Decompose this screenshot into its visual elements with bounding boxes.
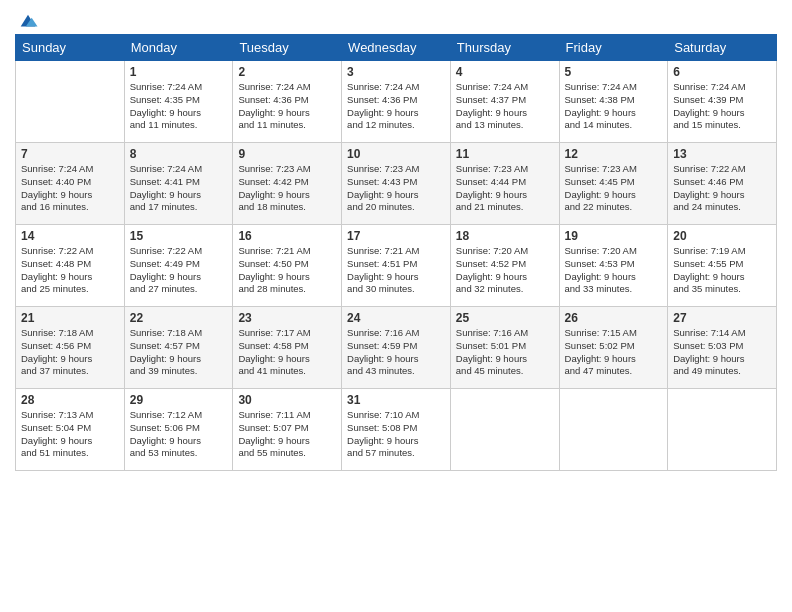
- cell-info: Sunrise: 7:23 AM Sunset: 4:45 PM Dayligh…: [565, 163, 663, 214]
- cell-info: Sunrise: 7:19 AM Sunset: 4:55 PM Dayligh…: [673, 245, 771, 296]
- cell-info: Sunrise: 7:15 AM Sunset: 5:02 PM Dayligh…: [565, 327, 663, 378]
- calendar-cell: 17Sunrise: 7:21 AM Sunset: 4:51 PM Dayli…: [342, 225, 451, 307]
- day-number: 17: [347, 229, 445, 243]
- day-number: 1: [130, 65, 228, 79]
- day-number: 4: [456, 65, 554, 79]
- cell-info: Sunrise: 7:24 AM Sunset: 4:41 PM Dayligh…: [130, 163, 228, 214]
- calendar-cell: 15Sunrise: 7:22 AM Sunset: 4:49 PM Dayli…: [124, 225, 233, 307]
- week-row: 14Sunrise: 7:22 AM Sunset: 4:48 PM Dayli…: [16, 225, 777, 307]
- calendar-cell: 21Sunrise: 7:18 AM Sunset: 4:56 PM Dayli…: [16, 307, 125, 389]
- calendar-cell: 23Sunrise: 7:17 AM Sunset: 4:58 PM Dayli…: [233, 307, 342, 389]
- day-number: 30: [238, 393, 336, 407]
- day-number: 14: [21, 229, 119, 243]
- cell-info: Sunrise: 7:11 AM Sunset: 5:07 PM Dayligh…: [238, 409, 336, 460]
- calendar-cell: 8Sunrise: 7:24 AM Sunset: 4:41 PM Daylig…: [124, 143, 233, 225]
- logo: [15, 10, 39, 26]
- calendar-cell: 5Sunrise: 7:24 AM Sunset: 4:38 PM Daylig…: [559, 61, 668, 143]
- day-number: 10: [347, 147, 445, 161]
- week-row: 1Sunrise: 7:24 AM Sunset: 4:35 PM Daylig…: [16, 61, 777, 143]
- calendar-cell: 2Sunrise: 7:24 AM Sunset: 4:36 PM Daylig…: [233, 61, 342, 143]
- cell-info: Sunrise: 7:17 AM Sunset: 4:58 PM Dayligh…: [238, 327, 336, 378]
- cell-info: Sunrise: 7:24 AM Sunset: 4:38 PM Dayligh…: [565, 81, 663, 132]
- day-number: 2: [238, 65, 336, 79]
- cell-info: Sunrise: 7:18 AM Sunset: 4:56 PM Dayligh…: [21, 327, 119, 378]
- logo-icon: [17, 10, 39, 32]
- calendar-cell: 11Sunrise: 7:23 AM Sunset: 4:44 PM Dayli…: [450, 143, 559, 225]
- cell-info: Sunrise: 7:16 AM Sunset: 5:01 PM Dayligh…: [456, 327, 554, 378]
- cell-info: Sunrise: 7:18 AM Sunset: 4:57 PM Dayligh…: [130, 327, 228, 378]
- calendar-cell: 14Sunrise: 7:22 AM Sunset: 4:48 PM Dayli…: [16, 225, 125, 307]
- day-number: 31: [347, 393, 445, 407]
- cell-info: Sunrise: 7:22 AM Sunset: 4:49 PM Dayligh…: [130, 245, 228, 296]
- day-number: 5: [565, 65, 663, 79]
- cell-info: Sunrise: 7:21 AM Sunset: 4:51 PM Dayligh…: [347, 245, 445, 296]
- calendar-cell: [450, 389, 559, 471]
- day-number: 22: [130, 311, 228, 325]
- cell-info: Sunrise: 7:24 AM Sunset: 4:36 PM Dayligh…: [347, 81, 445, 132]
- day-number: 19: [565, 229, 663, 243]
- calendar-cell: 28Sunrise: 7:13 AM Sunset: 5:04 PM Dayli…: [16, 389, 125, 471]
- calendar-cell: 31Sunrise: 7:10 AM Sunset: 5:08 PM Dayli…: [342, 389, 451, 471]
- calendar-cell: 27Sunrise: 7:14 AM Sunset: 5:03 PM Dayli…: [668, 307, 777, 389]
- cell-info: Sunrise: 7:23 AM Sunset: 4:44 PM Dayligh…: [456, 163, 554, 214]
- cell-info: Sunrise: 7:20 AM Sunset: 4:53 PM Dayligh…: [565, 245, 663, 296]
- cell-info: Sunrise: 7:21 AM Sunset: 4:50 PM Dayligh…: [238, 245, 336, 296]
- calendar-cell: 10Sunrise: 7:23 AM Sunset: 4:43 PM Dayli…: [342, 143, 451, 225]
- day-number: 7: [21, 147, 119, 161]
- calendar-cell: 16Sunrise: 7:21 AM Sunset: 4:50 PM Dayli…: [233, 225, 342, 307]
- calendar-cell: 6Sunrise: 7:24 AM Sunset: 4:39 PM Daylig…: [668, 61, 777, 143]
- day-number: 20: [673, 229, 771, 243]
- day-number: 15: [130, 229, 228, 243]
- day-number: 21: [21, 311, 119, 325]
- day-number: 24: [347, 311, 445, 325]
- day-number: 13: [673, 147, 771, 161]
- calendar-cell: [668, 389, 777, 471]
- cell-info: Sunrise: 7:20 AM Sunset: 4:52 PM Dayligh…: [456, 245, 554, 296]
- day-number: 11: [456, 147, 554, 161]
- header-row: SundayMondayTuesdayWednesdayThursdayFrid…: [16, 35, 777, 61]
- cell-info: Sunrise: 7:22 AM Sunset: 4:46 PM Dayligh…: [673, 163, 771, 214]
- calendar-cell: 20Sunrise: 7:19 AM Sunset: 4:55 PM Dayli…: [668, 225, 777, 307]
- day-number: 29: [130, 393, 228, 407]
- cell-info: Sunrise: 7:24 AM Sunset: 4:40 PM Dayligh…: [21, 163, 119, 214]
- cell-info: Sunrise: 7:22 AM Sunset: 4:48 PM Dayligh…: [21, 245, 119, 296]
- weekday-header: Tuesday: [233, 35, 342, 61]
- calendar-cell: 22Sunrise: 7:18 AM Sunset: 4:57 PM Dayli…: [124, 307, 233, 389]
- day-number: 6: [673, 65, 771, 79]
- cell-info: Sunrise: 7:24 AM Sunset: 4:36 PM Dayligh…: [238, 81, 336, 132]
- day-number: 25: [456, 311, 554, 325]
- weekday-header: Saturday: [668, 35, 777, 61]
- day-number: 3: [347, 65, 445, 79]
- calendar-cell: [559, 389, 668, 471]
- calendar-cell: [16, 61, 125, 143]
- day-number: 16: [238, 229, 336, 243]
- header: [15, 10, 777, 26]
- cell-info: Sunrise: 7:10 AM Sunset: 5:08 PM Dayligh…: [347, 409, 445, 460]
- cell-info: Sunrise: 7:24 AM Sunset: 4:39 PM Dayligh…: [673, 81, 771, 132]
- cell-info: Sunrise: 7:16 AM Sunset: 4:59 PM Dayligh…: [347, 327, 445, 378]
- weekday-header: Thursday: [450, 35, 559, 61]
- calendar-cell: 18Sunrise: 7:20 AM Sunset: 4:52 PM Dayli…: [450, 225, 559, 307]
- calendar-cell: 30Sunrise: 7:11 AM Sunset: 5:07 PM Dayli…: [233, 389, 342, 471]
- week-row: 7Sunrise: 7:24 AM Sunset: 4:40 PM Daylig…: [16, 143, 777, 225]
- calendar-table: SundayMondayTuesdayWednesdayThursdayFrid…: [15, 34, 777, 471]
- cell-info: Sunrise: 7:13 AM Sunset: 5:04 PM Dayligh…: [21, 409, 119, 460]
- calendar-cell: 12Sunrise: 7:23 AM Sunset: 4:45 PM Dayli…: [559, 143, 668, 225]
- day-number: 9: [238, 147, 336, 161]
- calendar-cell: 9Sunrise: 7:23 AM Sunset: 4:42 PM Daylig…: [233, 143, 342, 225]
- day-number: 26: [565, 311, 663, 325]
- cell-info: Sunrise: 7:24 AM Sunset: 4:35 PM Dayligh…: [130, 81, 228, 132]
- cell-info: Sunrise: 7:23 AM Sunset: 4:42 PM Dayligh…: [238, 163, 336, 214]
- calendar-cell: 1Sunrise: 7:24 AM Sunset: 4:35 PM Daylig…: [124, 61, 233, 143]
- day-number: 12: [565, 147, 663, 161]
- weekday-header: Monday: [124, 35, 233, 61]
- week-row: 28Sunrise: 7:13 AM Sunset: 5:04 PM Dayli…: [16, 389, 777, 471]
- cell-info: Sunrise: 7:23 AM Sunset: 4:43 PM Dayligh…: [347, 163, 445, 214]
- day-number: 23: [238, 311, 336, 325]
- calendar-cell: 7Sunrise: 7:24 AM Sunset: 4:40 PM Daylig…: [16, 143, 125, 225]
- calendar-cell: 26Sunrise: 7:15 AM Sunset: 5:02 PM Dayli…: [559, 307, 668, 389]
- calendar-cell: 25Sunrise: 7:16 AM Sunset: 5:01 PM Dayli…: [450, 307, 559, 389]
- calendar-cell: 3Sunrise: 7:24 AM Sunset: 4:36 PM Daylig…: [342, 61, 451, 143]
- weekday-header: Friday: [559, 35, 668, 61]
- week-row: 21Sunrise: 7:18 AM Sunset: 4:56 PM Dayli…: [16, 307, 777, 389]
